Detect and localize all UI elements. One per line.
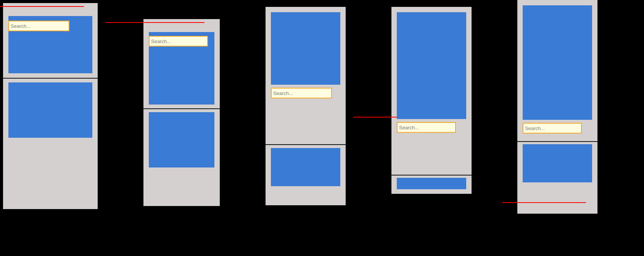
blue-area-bottom-4 [397,178,466,189]
divider-5 [517,141,597,142]
panel-3 [266,7,346,205]
divider-2 [143,108,220,109]
search-container-2 [149,36,208,47]
search-input-5[interactable] [523,123,582,134]
annotation-line-5 [502,202,586,203]
blue-area-bottom-1 [8,82,92,138]
search-input-2[interactable] [149,36,208,47]
divider-1 [3,78,98,79]
blue-area-top-3 [271,12,340,85]
divider-3 [266,144,346,145]
panel-1 [3,3,98,209]
blue-area-bottom-3 [271,148,340,186]
search-container-4 [397,122,456,133]
search-input-1[interactable] [8,21,69,31]
search-container-5 [523,123,582,134]
search-input-3[interactable] [271,88,332,98]
search-input-4[interactable] [397,122,456,133]
blue-area-top-5 [523,5,592,120]
blue-area-bottom-5 [523,144,592,182]
annotation-line-2 [105,22,204,23]
panel-5 [517,0,597,214]
divider-4 [391,175,472,175]
blue-area-bottom-2 [149,112,214,167]
search-container-3 [271,88,332,98]
panel-4 [391,7,472,194]
annotation-line-1 [0,6,84,7]
panel-2 [143,19,220,206]
blue-area-top-4 [397,12,466,119]
search-container-1 [8,21,69,31]
